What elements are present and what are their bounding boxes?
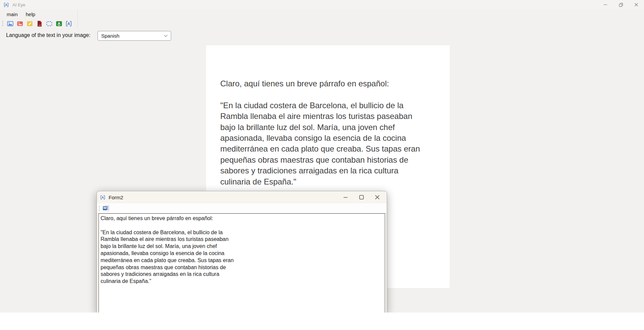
form2-toolbar-grip: [99, 206, 100, 211]
menu-item-main[interactable]: main: [3, 10, 22, 18]
minimize-icon: [603, 3, 607, 7]
chevron-down-icon: [164, 35, 168, 37]
form2-window: Form2: [97, 191, 387, 313]
form2-title: Form2: [109, 195, 123, 200]
app-bracket-a-icon: [3, 2, 9, 8]
menu-item-help[interactable]: help: [22, 10, 39, 18]
language-dropdown-value: Spanish: [101, 33, 119, 39]
bottom-band: [0, 313, 644, 330]
maximize-icon: [359, 195, 364, 200]
menu-bar: main help: [0, 9, 39, 19]
rtf-file-icon[interactable]: .rtf: [36, 20, 43, 27]
minimize-icon: [343, 195, 348, 200]
close-icon: [375, 195, 380, 200]
form2-window-controls: [338, 191, 385, 203]
form2-toolbar: W: [97, 203, 387, 213]
main-window-controls: [598, 0, 644, 9]
form2-close-button[interactable]: [369, 191, 385, 203]
svg-text:.rtf: .rtf: [38, 24, 41, 26]
toolbar: .rtf: [0, 19, 72, 28]
svg-text:W: W: [103, 206, 107, 210]
form2-maximize-button[interactable]: [353, 191, 369, 203]
form2-textbox-frame: Claro, aquí tienes un breve párrafo en e…: [99, 213, 385, 313]
language-label: Language of the text in your image:: [6, 32, 90, 38]
restore-button[interactable]: [613, 0, 629, 9]
form2-text-area[interactable]: Claro, aquí tienes un breve párrafo en e…: [99, 214, 385, 313]
word-export-icon[interactable]: W: [103, 205, 110, 212]
bracket-a-icon[interactable]: [65, 20, 72, 27]
green-a-icon[interactable]: [55, 20, 63, 27]
capture-region-icon[interactable]: [46, 20, 53, 27]
form2-minimize-button[interactable]: [338, 191, 353, 203]
restore-icon: [619, 3, 623, 7]
main-titlebar[interactable]: AI Eye: [0, 0, 644, 9]
form2-app-icon: [100, 195, 106, 200]
language-dropdown[interactable]: Spanish: [98, 31, 171, 41]
form2-titlebar[interactable]: Form2: [97, 191, 387, 203]
edit-image-icon[interactable]: [26, 20, 33, 27]
close-button[interactable]: [629, 0, 644, 9]
image-red-icon[interactable]: [16, 20, 24, 27]
window-title: AI Eye: [12, 2, 25, 7]
minimize-button[interactable]: [598, 0, 613, 9]
open-image-icon[interactable]: [7, 20, 14, 27]
close-icon: [634, 3, 638, 7]
screen: AI Eye main help: [0, 0, 644, 330]
toolbar-grip: [2, 21, 3, 26]
document-text: Claro, aquí tienes un breve párrafo en e…: [220, 78, 450, 187]
